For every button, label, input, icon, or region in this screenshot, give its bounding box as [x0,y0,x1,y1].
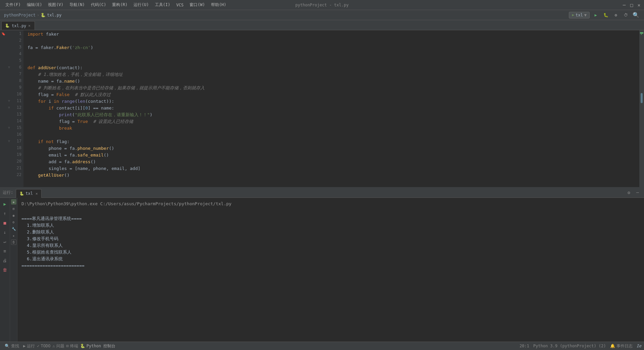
menu-code[interactable]: 代码(C) [88,1,109,8]
linenum-22: 22 [11,172,23,177]
terminal-settings-button[interactable]: ⚙ [625,189,633,196]
gutter-row-22: 22 [7,171,23,178]
right-gutter: ✓ [639,30,644,187]
status-terminal-label: 终端 [70,343,78,349]
debug-button[interactable]: 🐛 [602,11,610,19]
sidebar-icon-6[interactable]: ★ [11,233,16,238]
run-config-label: txl [576,13,583,17]
menu-navigate[interactable]: 导航(N) [67,1,88,8]
menu-run[interactable]: 运行(U) [131,1,152,8]
breadcrumb-separator: › [37,13,39,17]
gutter-row-10: 10 [7,91,23,97]
coverage-button[interactable]: ⚙ [612,11,620,19]
menu-tools[interactable]: 工具(I) [152,1,173,8]
menu-help[interactable]: 帮助(H) [208,1,229,8]
run-config-selector[interactable]: ▶ txl ▼ [569,12,590,18]
linenum-7: 7 [11,72,23,76]
status-problems-button[interactable]: ⚠ 问题 [52,343,64,349]
code-line-14: flag = True # 设置此人已经存储 [28,118,639,125]
terminal-stop-button[interactable]: ■ [1,219,9,227]
file-ok-icon: ✓ [641,31,643,36]
gutter-row-8: 8 [7,77,23,84]
status-python-version: Python 3.9 (pythonProject) (2) [533,344,606,348]
terminal-tab-close[interactable]: ✕ [36,191,38,196]
scroll-indicator[interactable] [641,93,643,103]
terminal-tab-txl[interactable]: 🐍 txl ✕ [16,189,41,198]
editor-search-button[interactable]: 🔍 [632,11,640,19]
menu-view[interactable]: 视图(V) [45,1,66,8]
maximize-button[interactable]: □ [629,3,634,7]
terminal-body: ▶ ↑ ■ ↓ ↵ ≡ 🖨 🗑 ◈ ⊞ ◉ ⚙ 🔧 ★ B D:\Python\… [0,198,644,342]
menu-file[interactable]: 文件(F) [3,1,23,8]
status-left: 🔍 查找 ▶ 运行 ✓ TODO ⚠ 问题 ⊡ 终端 🐍 Python 控制台 [3,343,115,350]
menu-refactor[interactable]: 重构(R) [109,1,130,8]
fold-indicator-12[interactable]: ▽ [7,106,11,109]
linenum-18: 18 [11,145,23,150]
gutter-row-19: 19 [7,151,23,158]
editor-tab-bar: 🐍 txl.py ✕ [0,20,644,30]
terminal-list-button[interactable]: ≡ [1,247,9,255]
status-search-button[interactable]: 🔍 查找 [3,343,21,350]
tab-close-button[interactable]: ✕ [28,24,31,28]
terminal-wrap-button[interactable]: ↵ [1,237,9,246]
terminal-menu-item-3: 3.修改手机号码 [21,235,640,242]
status-todo-button[interactable]: ✓ TODO [37,344,50,348]
terminal-scroll-up-button[interactable]: ↑ [1,209,9,217]
sidebar-icon-7[interactable]: B [11,239,16,245]
gutter-row-12: ▽ 12 [7,104,23,111]
terminal-tab-bar: 运行: 🐍 txl ✕ ⚙ ─ [0,188,644,198]
terminal-play-button[interactable]: ▶ [1,200,9,208]
menu-window[interactable]: 窗口(W) [187,1,208,8]
gutter-row-1: 1 [7,30,23,37]
status-terminal-button[interactable]: ⊡ 终端 [66,343,78,349]
sidebar-icon-4[interactable]: ⚙ [11,219,16,225]
run-icon: ▶ [23,344,25,348]
linenum-1: 1 [11,31,23,36]
terminal-clear-button[interactable]: 🗑 [1,266,9,274]
status-python-console-button[interactable]: 🐍 Python 控制台 [80,343,116,349]
code-line-12: if contact[i][0] == name: [28,105,639,112]
fold-indicator-15[interactable]: ▽ [7,126,11,129]
run-button[interactable]: ▶ [592,11,600,19]
run-toolbar: ▶ txl ▼ ▶ 🐛 ⚙ ⏱ 🔍 [569,11,640,19]
terminal-icon: ⊡ [66,344,69,348]
tab-file-icon: 🐍 [5,24,10,28]
code-editor[interactable]: import faker fa = faker.Faker('zh-cn') d… [23,30,639,187]
code-line-7: # 1.增加姓名，手机，安全邮箱，详细地址 [28,71,639,78]
menu-edit[interactable]: 编辑(E) [24,1,45,8]
fold-indicator-11[interactable]: ▽ [7,99,11,102]
sidebar-bookmark-icon[interactable]: 🔖 [0,30,7,37]
fold-indicator-6[interactable]: ▽ [7,65,11,69]
minimize-button[interactable]: ─ [622,3,627,7]
breadcrumb-project[interactable]: pythonProject [4,13,36,17]
left-sidebar-extra: ◈ ⊞ ◉ ⚙ 🔧 ★ B [10,198,17,342]
terminal-output: D:\Python\Python39\python.exe C:/Users/a… [17,198,644,342]
problems-icon: ⚠ [52,344,55,348]
sidebar-icon-2[interactable]: ⊞ [11,206,16,211]
linenum-16: 16 [11,132,23,137]
breadcrumb-file[interactable]: txl.py [47,13,61,17]
tab-label: txl.py [12,24,26,28]
sidebar-icon-3[interactable]: ◉ [11,213,16,218]
profile-button[interactable]: ⏱ [622,11,630,19]
code-line-19: email = fa.safe_email() [28,152,639,159]
code-line-4 [28,51,639,58]
gutter-row-21: 21 [7,165,23,171]
editor-tab-txl[interactable]: 🐍 txl.py ✕ [1,21,35,30]
status-ie-indicator: Ie [637,344,641,348]
close-button[interactable]: ✕ [637,3,641,7]
status-event-log-button[interactable]: 🔔 事件日志 [610,343,633,349]
terminal-minimize-button[interactable]: ─ [634,189,641,196]
menu-vcs[interactable]: VCS [174,2,186,8]
fold-indicator-17[interactable]: ▽ [7,139,11,143]
editor-container: 🔖 1 2 3 4 5 [0,30,644,187]
linenum-21: 21 [11,166,23,170]
search-icon: 🔍 [5,344,10,348]
status-python-label: Python 控制台 [87,343,116,349]
sidebar-icon-5[interactable]: 🔧 [11,226,16,231]
code-line-3: fa = faker.Faker('zh-cn') [28,44,639,51]
sidebar-icon-1[interactable]: ◈ [11,199,16,205]
terminal-scroll-down-button[interactable]: ↓ [1,228,9,236]
status-run-button[interactable]: ▶ 运行 [23,343,35,349]
terminal-print-button[interactable]: 🖨 [1,256,9,264]
